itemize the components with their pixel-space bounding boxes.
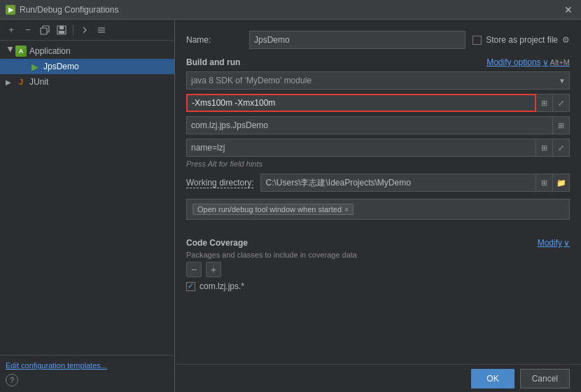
sdk-select[interactable]: java 8 SDK of 'MyDemo' module bbox=[186, 71, 570, 90]
svg-rect-3 bbox=[59, 26, 64, 29]
program-args-fullscreen-button[interactable]: ⤢ bbox=[553, 139, 570, 157]
coverage-item-label: com.lzj.jps.* bbox=[200, 281, 244, 291]
sort-config-button[interactable] bbox=[94, 23, 108, 37]
junit-group-label: JUnit bbox=[29, 77, 48, 87]
toolbar-separator bbox=[73, 25, 74, 35]
jpsdemo-label: JpsDemo bbox=[43, 62, 79, 71]
working-dir-expand-button[interactable]: ⊞ bbox=[536, 174, 553, 192]
modify-options-link[interactable]: Modify options ∨ Alt+M bbox=[486, 57, 570, 67]
tree-arrow-junit: ▶ bbox=[6, 78, 15, 86]
working-dir-row: Working directory: ⊞ 📁 bbox=[186, 174, 570, 192]
copy-config-button[interactable] bbox=[38, 23, 52, 37]
main-content: + − bbox=[0, 20, 581, 392]
coverage-header: Code Coverage Modify ∨ bbox=[186, 238, 570, 248]
junit-group-icon: J bbox=[15, 76, 27, 88]
tree-item-jpsdemo[interactable]: ▶ JpsDemo bbox=[0, 59, 174, 74]
cancel-button[interactable]: Cancel bbox=[520, 369, 570, 388]
config-tree: ▶ A Application ▶ JpsDemo ▶ J JUnit bbox=[0, 41, 174, 355]
tree-arrow-application: ▶ bbox=[7, 46, 15, 56]
run-config-icon: ▶ bbox=[29, 61, 41, 72]
window-title: Run/Debug Configurations bbox=[20, 5, 118, 15]
code-coverage-section: Code Coverage Modify ∨ Packages and clas… bbox=[186, 238, 570, 293]
sidebar: + − bbox=[0, 20, 175, 392]
main-class-expand-button[interactable]: ⊞ bbox=[553, 116, 570, 134]
main-class-row: ⊞ bbox=[186, 116, 570, 134]
coverage-item-checkbox[interactable] bbox=[186, 282, 195, 291]
close-button[interactable]: ✕ bbox=[561, 3, 575, 17]
svg-rect-1 bbox=[41, 28, 47, 34]
title-bar: ▶ Run/Debug Configurations ✕ bbox=[0, 0, 581, 20]
coverage-item-row: com.lzj.jps.* bbox=[186, 280, 570, 293]
coverage-controls: − + bbox=[186, 262, 570, 277]
store-project-checkbox[interactable] bbox=[472, 36, 482, 45]
run-options-tags: Open run/debug tool window when started … bbox=[186, 199, 570, 220]
bottom-bar: OK Cancel bbox=[175, 364, 581, 392]
build-run-section: Build and run Modify options ∨ Alt+M jav… bbox=[186, 57, 570, 227]
name-input[interactable] bbox=[249, 31, 465, 49]
program-args-row: ⊞ ⤢ bbox=[186, 139, 570, 157]
coverage-subtext: Packages and classes to include in cover… bbox=[186, 251, 570, 259]
move-config-button[interactable] bbox=[78, 23, 92, 37]
main-class-input[interactable] bbox=[186, 116, 553, 134]
toolbar: + − bbox=[0, 20, 174, 41]
help-button[interactable]: ? bbox=[6, 374, 18, 386]
coverage-remove-button[interactable]: − bbox=[186, 262, 202, 277]
name-label: Name: bbox=[186, 35, 242, 45]
open-run-tag-label: Open run/debug tool window when started bbox=[197, 205, 342, 214]
working-dir-input[interactable] bbox=[260, 174, 536, 192]
open-run-tag-close[interactable]: × bbox=[344, 206, 349, 214]
vm-options-fullscreen-button[interactable]: ⤢ bbox=[553, 94, 570, 112]
sdk-select-wrapper: java 8 SDK of 'MyDemo' module ▼ bbox=[186, 71, 570, 90]
vm-options-row: ⊞ ⤢ bbox=[186, 94, 570, 112]
remove-config-button[interactable]: − bbox=[21, 23, 35, 37]
add-config-button[interactable]: + bbox=[4, 23, 18, 37]
store-project-label: Store as project file bbox=[486, 35, 558, 45]
field-hints-text: Press Alt for field hints bbox=[186, 160, 570, 168]
working-dir-input-wrap: ⊞ 📁 bbox=[260, 174, 570, 192]
edit-templates-link[interactable]: Edit configuration templates... bbox=[6, 361, 169, 370]
application-group-label: Application bbox=[29, 46, 71, 56]
right-panel: Name: Store as project file ⚙ Build and … bbox=[175, 20, 581, 392]
name-row: Name: Store as project file ⚙ bbox=[186, 31, 570, 49]
gear-icon[interactable]: ⚙ bbox=[562, 35, 570, 45]
vm-options-expand-button[interactable]: ⊞ bbox=[536, 94, 553, 112]
working-dir-browse-button[interactable]: 📁 bbox=[553, 174, 570, 192]
application-group-icon: A bbox=[15, 46, 27, 57]
coverage-add-button[interactable]: + bbox=[206, 262, 221, 277]
program-args-expand-button[interactable]: ⊞ bbox=[536, 139, 553, 157]
build-run-title: Build and run bbox=[186, 57, 240, 67]
working-dir-label: Working directory: bbox=[186, 178, 253, 188]
tree-junit-group[interactable]: ▶ J JUnit bbox=[0, 74, 174, 90]
tree-application-group[interactable]: ▶ A Application bbox=[0, 43, 174, 59]
app-icon: ▶ bbox=[6, 5, 15, 15]
open-run-tag: Open run/debug tool window when started … bbox=[192, 204, 354, 215]
coverage-modify-link[interactable]: Modify ∨ bbox=[538, 238, 570, 248]
save-config-button[interactable] bbox=[55, 23, 69, 37]
ok-button[interactable]: OK bbox=[471, 369, 514, 388]
build-run-header: Build and run Modify options ∨ Alt+M bbox=[186, 57, 570, 67]
vm-options-input[interactable] bbox=[186, 94, 536, 112]
coverage-title: Code Coverage bbox=[186, 238, 248, 248]
svg-rect-4 bbox=[59, 31, 64, 34]
program-args-input[interactable] bbox=[186, 139, 536, 157]
